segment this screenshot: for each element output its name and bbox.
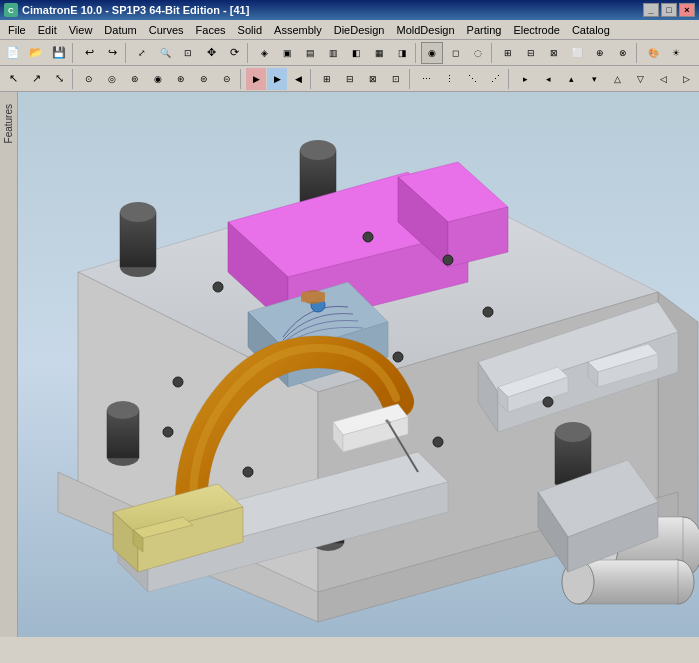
app-icon: C [4,3,18,17]
menu-edit[interactable]: Edit [32,22,63,38]
rotate-button[interactable]: ⟳ [223,42,245,64]
extra-6[interactable]: ◂ [537,68,559,90]
menu-view[interactable]: View [63,22,99,38]
svg-point-53 [213,282,223,292]
svg-point-60 [543,397,553,407]
snap-5[interactable]: ⊛ [170,68,192,90]
view-front-button[interactable]: ▣ [276,42,298,64]
extra-8[interactable]: ▾ [583,68,605,90]
menu-bar: File Edit View Datum Curves Faces Solid … [0,20,699,40]
select-btn[interactable]: ↖ [2,68,24,90]
cursor-btn[interactable]: ↗ [25,68,47,90]
filter-sel-4[interactable]: ⊡ [385,68,407,90]
extra-12[interactable]: ▷ [675,68,697,90]
menu-catalog[interactable]: Catalog [566,22,616,38]
svg-point-9 [120,202,156,222]
undo-button[interactable]: ↩ [78,42,100,64]
extra-4[interactable]: ⋰ [484,68,506,90]
sep-4 [415,43,419,63]
extra-9[interactable]: △ [606,68,628,90]
pan-button[interactable]: ✥ [200,42,222,64]
filter-2[interactable]: ▶ [267,68,287,90]
view-iso-button[interactable]: ◈ [253,42,275,64]
menu-diedesign[interactable]: DieDesign [328,22,391,38]
save-button[interactable]: 💾 [48,42,70,64]
hidden-line-button[interactable]: ◌ [467,42,489,64]
extra-3[interactable]: ⋱ [461,68,483,90]
toolbar-row-2: ↖ ↗ ⤡ ⊙ ◎ ⊚ ◉ ⊛ ⊜ ⊝ ▶ ▶ ◀ ⊞ ⊟ ⊠ ⊡ ⋯ ⋮ ⋱ … [0,66,699,92]
shade-button[interactable]: ◉ [421,42,443,64]
filter-sel-1[interactable]: ⊞ [316,68,338,90]
extra-5[interactable]: ▸ [514,68,536,90]
sep-2 [125,43,129,63]
extra-2[interactable]: ⋮ [438,68,460,90]
view-left-button[interactable]: ◨ [391,42,413,64]
view-top-button[interactable]: ▤ [299,42,321,64]
menu-electrode[interactable]: Electrode [507,22,565,38]
snap-7[interactable]: ⊝ [216,68,238,90]
zoom-in-button[interactable]: 🔍 [154,42,176,64]
sep-1 [72,43,76,63]
filter-sel-2[interactable]: ⊟ [339,68,361,90]
snap-4[interactable]: ◉ [147,68,169,90]
zoom-fit-button[interactable]: ⤢ [131,42,153,64]
more-view-5[interactable]: ⊕ [589,42,611,64]
snap-3[interactable]: ⊚ [124,68,146,90]
extra-10[interactable]: ▽ [629,68,651,90]
light-btn[interactable]: ☀ [665,42,687,64]
sep-3 [247,43,251,63]
svg-rect-33 [301,292,325,302]
filter-sel-3[interactable]: ⊠ [362,68,384,90]
move-btn[interactable]: ⤡ [48,68,70,90]
redo-button[interactable]: ↪ [101,42,123,64]
svg-point-59 [433,437,443,447]
window-controls[interactable]: _ □ × [643,3,695,17]
svg-point-61 [243,467,253,477]
svg-point-15 [555,422,591,442]
more-view-6[interactable]: ⊗ [612,42,634,64]
new-button[interactable]: 📄 [2,42,24,64]
snap-2[interactable]: ◎ [101,68,123,90]
more-view-4[interactable]: ⬜ [566,42,588,64]
more-view-3[interactable]: ⊠ [543,42,565,64]
menu-curves[interactable]: Curves [143,22,190,38]
features-label: Features [3,104,14,143]
menu-parting[interactable]: Parting [461,22,508,38]
filter-3[interactable]: ◀ [288,68,308,90]
menu-file[interactable]: File [2,22,32,38]
model-svg [18,92,699,637]
menu-molddesign[interactable]: MoldDesign [390,22,460,38]
title-bar: C CimatronE 10.0 - SP1P3 64-Bit Edition … [0,0,699,20]
extra-1[interactable]: ⋯ [415,68,437,90]
snap-1[interactable]: ⊙ [78,68,100,90]
zoom-window-button[interactable]: ⊡ [177,42,199,64]
more-view-2[interactable]: ⊟ [520,42,542,64]
menu-faces[interactable]: Faces [190,22,232,38]
sep-5 [491,43,495,63]
menu-solid[interactable]: Solid [232,22,268,38]
maximize-button[interactable]: □ [661,3,677,17]
menu-assembly[interactable]: Assembly [268,22,328,38]
view-right-button[interactable]: ▥ [322,42,344,64]
wireframe-button[interactable]: ◻ [444,42,466,64]
open-button[interactable]: 📂 [25,42,47,64]
extra-11[interactable]: ◁ [652,68,674,90]
snap-6[interactable]: ⊜ [193,68,215,90]
close-button[interactable]: × [679,3,695,17]
render-btn[interactable]: 🎨 [642,42,664,64]
svg-point-54 [363,232,373,242]
extra-7[interactable]: ▴ [560,68,582,90]
viewport-3d[interactable] [18,92,699,637]
main-area: Features [0,92,699,637]
minimize-button[interactable]: _ [643,3,659,17]
view-back-button[interactable]: ◧ [345,42,367,64]
toolbar-row-1: 📄 📂 💾 ↩ ↪ ⤢ 🔍 ⊡ ✥ ⟳ ◈ ▣ ▤ ▥ ◧ ▦ ◨ ◉ ◻ ◌ … [0,40,699,66]
more-view-1[interactable]: ⊞ [497,42,519,64]
filter-1[interactable]: ▶ [246,68,266,90]
features-panel: Features [0,92,18,637]
menu-datum[interactable]: Datum [98,22,142,38]
view-bottom-button[interactable]: ▦ [368,42,390,64]
svg-point-58 [393,352,403,362]
svg-point-62 [163,427,173,437]
sep-r2-2 [240,69,244,89]
